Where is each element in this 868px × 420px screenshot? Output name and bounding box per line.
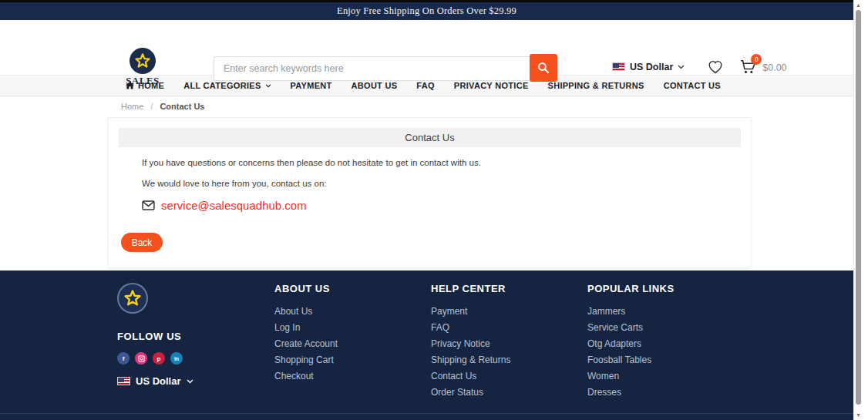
site-logo[interactable]: SALES	[123, 48, 163, 87]
promo-banner-text: Enjoy Free Shipping On Orders Over $29.9…	[337, 5, 516, 17]
logo-star-icon	[130, 48, 156, 74]
chevron-down-icon	[187, 379, 193, 384]
contact-card: Contact Us If you have questions or conc…	[108, 117, 752, 268]
footer-column-popular-links: POPULAR LINKS Jammers Service Carts Otg …	[587, 283, 744, 420]
footer-link-service-carts[interactable]: Service Carts	[587, 320, 744, 336]
page: Enjoy Free Shipping On Orders Over $29.9…	[0, 0, 868, 420]
currency-label: US Dollar	[630, 62, 673, 72]
page-title: Contact Us	[119, 128, 741, 147]
social-links: f p in	[117, 352, 274, 365]
us-flag-icon	[117, 377, 130, 385]
contact-paragraph-1: If you have questions or concerns then p…	[142, 158, 741, 167]
breadcrumb-separator: /	[150, 102, 153, 111]
scrollbar[interactable]: ▲ ▼	[853, 0, 862, 420]
wishlist-button[interactable]	[708, 60, 723, 74]
footer-link-contact-us[interactable]: Contact Us	[431, 368, 587, 385]
cart-total: $0.00	[762, 62, 786, 73]
instagram-icon[interactable]	[135, 352, 147, 365]
currency-selector[interactable]: US Dollar	[612, 62, 685, 72]
footer-column-title: ABOUT US	[274, 283, 431, 294]
nav-label: SHIPPING & RETURNS	[548, 81, 644, 90]
nav-item-all-categories[interactable]: ALL CATEGORIES	[183, 81, 271, 90]
search-input[interactable]	[214, 56, 530, 81]
linkedin-icon[interactable]: in	[170, 352, 183, 365]
email-row: service@salesquadhub.com	[142, 199, 741, 212]
envelope-icon	[142, 200, 155, 210]
footer-link-shopping-cart[interactable]: Shopping Cart	[274, 352, 431, 368]
footer-currency-selector[interactable]: US Dollar	[117, 375, 274, 387]
nav-item-contact-us[interactable]: CONTACT US	[664, 81, 721, 90]
logo-star-icon	[123, 289, 142, 307]
footer-link-faq[interactable]: FAQ	[431, 320, 587, 336]
heart-icon	[708, 60, 723, 74]
nav-item-about-us[interactable]: ABOUT US	[352, 81, 398, 90]
footer-link-order-status[interactable]: Order Status	[431, 385, 587, 401]
footer-link-create-account[interactable]: Create Account	[274, 336, 431, 352]
footer-column-help-center: HELP CENTER Payment FAQ Privacy Notice S…	[431, 283, 587, 420]
chevron-down-icon	[265, 84, 271, 88]
footer-link-about-us[interactable]: About Us	[274, 304, 431, 320]
footer-link-privacy-notice[interactable]: Privacy Notice	[431, 336, 587, 352]
footer-column-title: HELP CENTER	[431, 283, 587, 294]
footer-column-about-us: ABOUT US About Us Log In Create Account …	[274, 283, 431, 420]
contact-email-link[interactable]: service@salesquadhub.com	[161, 199, 307, 212]
footer-link-payment[interactable]: Payment	[431, 304, 587, 320]
nav-item-shipping-returns[interactable]: SHIPPING & RETURNS	[548, 81, 644, 90]
cart-button[interactable]: 0 $0.00	[740, 59, 786, 74]
breadcrumb: Home / Contact Us	[0, 96, 853, 116]
nav-label: PRIVACY NOTICE	[454, 81, 529, 90]
footer-link-log-in[interactable]: Log In	[274, 320, 431, 336]
nav-label: CONTACT US	[664, 81, 721, 90]
search-bar	[214, 54, 557, 82]
cart-count-badge: 0	[751, 54, 762, 65]
search-icon	[537, 62, 550, 74]
pinterest-icon[interactable]: p	[153, 352, 165, 365]
footer-link-jammers[interactable]: Jammers	[587, 304, 744, 320]
nav-label: FAQ	[416, 81, 435, 90]
footer-divider	[0, 413, 853, 414]
footer-link-dresses[interactable]: Dresses	[587, 385, 744, 401]
facebook-icon[interactable]: f	[117, 352, 130, 365]
footer-link-foosball-tables[interactable]: Foosball Tables	[587, 352, 744, 368]
footer-link-women[interactable]: Women	[587, 368, 744, 385]
search-button[interactable]	[530, 54, 557, 82]
main-content: Contact Us If you have questions or conc…	[0, 116, 853, 270]
back-button[interactable]: Back	[121, 233, 163, 252]
footer-logo[interactable]	[117, 283, 148, 314]
nav-label: ALL CATEGORIES	[183, 81, 261, 90]
breadcrumb-home-link[interactable]: Home	[121, 102, 143, 111]
footer-link-shipping-returns[interactable]: Shipping & Returns	[431, 352, 587, 368]
site-footer: FOLLOW US f p in US Dollar	[0, 270, 853, 420]
contact-paragraph-2: We would love to here from you, contact …	[142, 179, 741, 188]
follow-us-heading: FOLLOW US	[117, 331, 274, 342]
promo-banner: Enjoy Free Shipping On Orders Over $29.9…	[0, 2, 853, 20]
scrollbar-down-arrow[interactable]: ▼	[854, 411, 863, 419]
footer-link-checkout[interactable]: Checkout	[274, 368, 431, 385]
nav-item-faq[interactable]: FAQ	[416, 81, 435, 90]
site-header: SALES US Dollar	[0, 20, 853, 75]
logo-text: SALES	[123, 75, 163, 87]
nav-label: PAYMENT	[291, 81, 332, 90]
breadcrumb-current: Contact Us	[160, 102, 204, 111]
footer-left-column: FOLLOW US f p in US Dollar	[117, 283, 274, 420]
scrollbar-up-arrow[interactable]: ▲	[854, 1, 863, 9]
scrollbar-thumb[interactable]	[856, 10, 861, 405]
footer-currency-label: US Dollar	[136, 375, 181, 387]
footer-column-title: POPULAR LINKS	[587, 283, 744, 294]
nav-item-privacy-notice[interactable]: PRIVACY NOTICE	[454, 81, 529, 90]
nav-item-payment[interactable]: PAYMENT	[291, 81, 332, 90]
header-right: US Dollar 0 $0.00	[612, 59, 787, 74]
us-flag-icon	[612, 62, 625, 71]
browser-viewport: Enjoy Free Shipping On Orders Over $29.9…	[0, 0, 853, 420]
nav-label: ABOUT US	[352, 81, 398, 90]
chevron-down-icon	[678, 65, 685, 69]
footer-link-otg-adapters[interactable]: Otg Adapters	[587, 336, 744, 352]
